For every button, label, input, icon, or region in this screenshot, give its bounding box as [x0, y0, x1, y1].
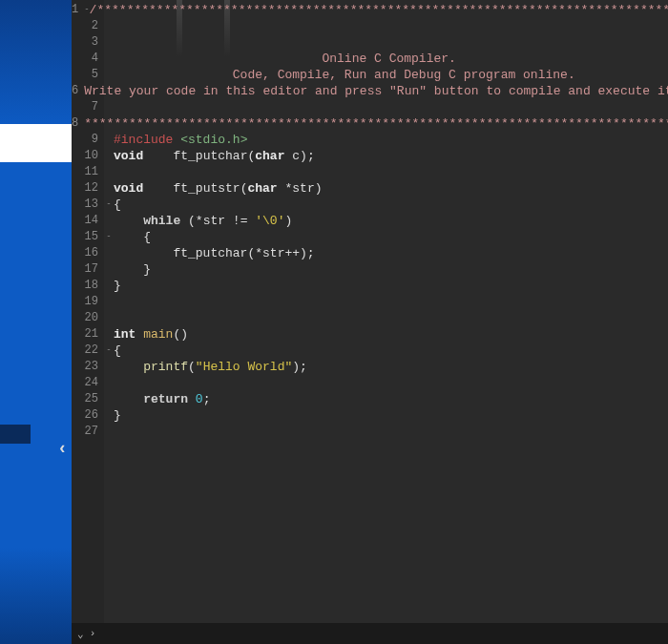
code-line[interactable]: 5 Code, Compile, Run and Debug C program…: [72, 67, 668, 83]
collapse-panel-icon[interactable]: ‹: [57, 439, 68, 458]
code-content[interactable]: Write your code in this editor and press…: [84, 83, 668, 99]
code-content[interactable]: while (*str != '\0'): [114, 213, 668, 229]
line-number: 22: [72, 343, 104, 359]
code-line[interactable]: 3: [72, 34, 668, 51]
line-number: 20: [72, 310, 104, 326]
code-content[interactable]: [114, 99, 668, 115]
code-editor[interactable]: 1-/*************************************…: [72, 0, 668, 644]
status-bar: ⌄ ›: [72, 623, 668, 644]
chevron-down-icon[interactable]: ⌄: [77, 628, 84, 640]
code-content[interactable]: #include <stdio.h>: [114, 132, 668, 148]
code-content[interactable]: {: [114, 197, 668, 213]
line-number: 25: [72, 391, 104, 407]
code-content[interactable]: return 0;: [114, 391, 668, 407]
code-content[interactable]: int main(): [114, 326, 668, 343]
code-line[interactable]: 22-{: [72, 343, 668, 359]
code-content[interactable]: void ft_putchar(char c);: [114, 148, 668, 164]
line-number: 4: [72, 51, 104, 67]
fold-marker: [104, 245, 114, 261]
code-line[interactable]: 25 return 0;: [72, 391, 668, 407]
code-line[interactable]: 14 while (*str != '\0'): [72, 213, 668, 229]
fold-marker: [104, 261, 114, 278]
code-line[interactable]: 20: [72, 310, 668, 326]
code-content[interactable]: {: [114, 229, 668, 245]
code-content[interactable]: Code, Compile, Run and Debug C program o…: [114, 67, 668, 83]
line-number: 7: [72, 99, 104, 115]
line-number: 15: [72, 229, 104, 245]
fold-marker: [104, 359, 114, 375]
fold-marker: [104, 278, 114, 294]
code-line[interactable]: 19: [72, 294, 668, 310]
fold-marker: [104, 294, 114, 310]
code-content[interactable]: {: [114, 343, 668, 359]
code-line[interactable]: 8***************************************…: [72, 115, 668, 132]
fold-marker: [104, 326, 114, 343]
fold-marker: [104, 148, 114, 164]
line-number: 23: [72, 359, 104, 375]
line-number: 9: [72, 132, 104, 148]
code-line[interactable]: 12void ft_putstr(char *str): [72, 180, 668, 197]
fold-marker: [104, 99, 114, 115]
code-line[interactable]: 27: [72, 424, 668, 440]
code-line[interactable]: 7: [72, 99, 668, 115]
code-content[interactable]: /***************************************…: [90, 2, 668, 18]
fold-marker: [104, 34, 114, 51]
code-content[interactable]: }: [114, 261, 668, 278]
panel-highlight: [0, 124, 72, 162]
code-content[interactable]: [114, 310, 668, 326]
code-content[interactable]: ****************************************…: [84, 115, 668, 132]
code-line[interactable]: 6Write your code in this editor and pres…: [72, 83, 668, 99]
code-line[interactable]: 16 ft_putchar(*str++);: [72, 245, 668, 261]
fold-marker: [104, 213, 114, 229]
fold-marker[interactable]: -: [104, 343, 114, 359]
screen: ‹ 1-/***********************************…: [0, 0, 668, 644]
line-number: 5: [72, 67, 104, 83]
fold-marker: [104, 51, 114, 67]
code-content[interactable]: [114, 164, 668, 180]
code-line[interactable]: 26}: [72, 407, 668, 424]
left-panel: ‹: [0, 0, 72, 644]
code-line[interactable]: 1-/*************************************…: [72, 2, 668, 18]
code-content[interactable]: [114, 375, 668, 391]
code-line[interactable]: 11: [72, 164, 668, 180]
code-content[interactable]: ft_putchar(*str++);: [114, 245, 668, 261]
fold-marker[interactable]: -: [104, 197, 114, 213]
code-area[interactable]: 1-/*************************************…: [72, 0, 668, 440]
line-number: 1: [72, 2, 84, 18]
code-content[interactable]: void ft_putstr(char *str): [114, 180, 668, 197]
line-number: 18: [72, 278, 104, 294]
fold-marker: [104, 407, 114, 424]
fold-marker: [104, 180, 114, 197]
code-content[interactable]: Online C Compiler.: [114, 51, 668, 67]
code-line[interactable]: 24: [72, 375, 668, 391]
fold-marker: [104, 18, 114, 34]
code-line[interactable]: 17 }: [72, 261, 668, 278]
line-number: 12: [72, 180, 104, 197]
code-line[interactable]: 15- {: [72, 229, 668, 245]
line-number: 19: [72, 294, 104, 310]
code-line[interactable]: 23 printf("Hello World");: [72, 359, 668, 375]
code-content[interactable]: }: [114, 278, 668, 294]
code-content[interactable]: [114, 424, 668, 440]
chevron-right-icon[interactable]: ›: [90, 628, 96, 639]
code-line[interactable]: 21int main(): [72, 326, 668, 343]
line-number: 27: [72, 424, 104, 440]
line-number: 10: [72, 148, 104, 164]
code-line[interactable]: 9#include <stdio.h>: [72, 132, 668, 148]
fold-marker: [104, 67, 114, 83]
code-line[interactable]: 2: [72, 18, 668, 34]
line-number: 16: [72, 245, 104, 261]
line-number: 21: [72, 326, 104, 343]
code-content[interactable]: printf("Hello World");: [114, 359, 668, 375]
code-content[interactable]: [114, 34, 668, 51]
code-line[interactable]: 4 Online C Compiler.: [72, 51, 668, 67]
code-content[interactable]: [114, 294, 668, 310]
fold-marker[interactable]: -: [104, 229, 114, 245]
line-number: 17: [72, 261, 104, 278]
code-content[interactable]: }: [114, 407, 668, 424]
code-line[interactable]: 10void ft_putchar(char c);: [72, 148, 668, 164]
code-line[interactable]: 18}: [72, 278, 668, 294]
line-number: 26: [72, 407, 104, 424]
code-line[interactable]: 13-{: [72, 197, 668, 213]
code-content[interactable]: [114, 18, 668, 34]
